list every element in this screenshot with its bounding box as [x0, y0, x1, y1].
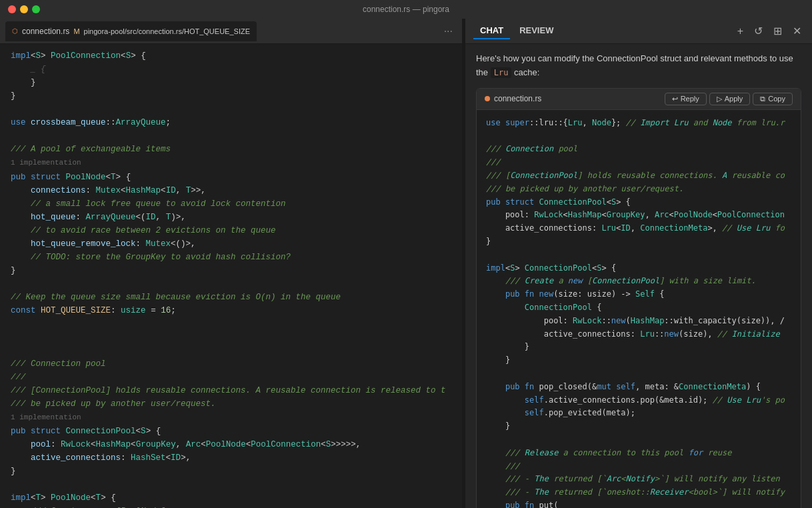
code-line: // to avoid race between 2 evictions on … [0, 224, 462, 237]
chat-code-line: /// be picked up by another user/request… [486, 183, 791, 196]
code-line: } [0, 89, 462, 103]
editor-tab-connection[interactable]: ⬡ connection.rs M pingora-pool/src/conne… [5, 21, 257, 41]
tab-review[interactable]: REVIEW [513, 23, 560, 39]
chat-content[interactable]: Here's how you can modify the Connection… [465, 44, 812, 508]
chat-code-line [486, 130, 791, 143]
chat-code-line: /// [486, 460, 791, 473]
code-line: /// A pool of exchangeable items [0, 143, 462, 156]
tab-filename: connection.rs [22, 27, 69, 36]
code-line [0, 344, 462, 357]
code-line: use crossbeam_queue::ArrayQueue; [0, 116, 462, 129]
code-block-filename: connection.rs [494, 93, 541, 105]
chat-code-line: /// Connection pool [486, 143, 791, 156]
new-chat-button[interactable]: + [735, 24, 746, 39]
impl-note: 1 implementation [0, 411, 462, 425]
chat-header: CHAT REVIEW + ↺ ⊞ ✕ [465, 19, 812, 44]
maximize-dot[interactable] [32, 5, 40, 13]
tab-chat[interactable]: CHAT [473, 23, 510, 39]
history-button[interactable]: ↺ [751, 23, 765, 39]
chat-code-line: /// Create a new [ConnectionPool] with a… [486, 275, 791, 288]
settings-button[interactable]: ⊞ [771, 23, 785, 39]
chat-code-header: connection.rs ↩ Reply ▷ Apply ⧉ [477, 89, 801, 110]
code-line: } [0, 465, 462, 478]
code-line: // a small lock free queue to avoid lock… [0, 197, 462, 211]
chat-code-line [486, 433, 791, 447]
minimize-dot[interactable] [20, 5, 28, 13]
reply-button[interactable]: ↩ Reply [665, 93, 707, 105]
chat-code-line: } [486, 341, 791, 354]
code-line [0, 103, 462, 116]
code-line: /// Create a new [PoolNode] [0, 505, 462, 508]
code-line: _ { [0, 63, 462, 76]
chat-code-line: /// [ConnectionPool] holds reusable conn… [486, 169, 791, 183]
code-line: // Keep the queue size small because evi… [0, 291, 462, 304]
tab-modified: M [73, 27, 79, 35]
editor-tabbar: ⬡ connection.rs M pingora-pool/src/conne… [0, 19, 462, 44]
chat-code-line: pool: RwLock<HashMap<GroupKey, Arc<PoolN… [486, 209, 791, 222]
chat-code-line [486, 249, 791, 262]
code-line [0, 331, 462, 344]
reply-label: Reply [681, 95, 699, 103]
chat-code-line: /// - The returned [`oneshot::Receiver<b… [486, 486, 791, 499]
chat-code-line: self.pop_evicted(meta); [486, 407, 791, 420]
code-line: /// Connection pool [0, 357, 462, 371]
chat-code-line: pub fn put( [486, 499, 791, 508]
chat-code-line: } [486, 354, 791, 367]
chat-header-actions: + ↺ ⊞ ✕ [735, 23, 804, 39]
code-line [0, 317, 462, 331]
editor-more-button[interactable]: ··· [440, 24, 457, 39]
window-controls[interactable] [8, 5, 40, 13]
code-line [0, 478, 462, 491]
code-line: const HOT_QUEUE_SIZE: usize = 16; [0, 304, 462, 317]
apply-label: Apply [725, 95, 743, 103]
code-line: // TODO: store the GroupKey to avoid has… [0, 251, 462, 264]
code-line: pool: RwLock<HashMap<GroupKey, Arc<PoolN… [0, 438, 462, 451]
copy-icon: ⧉ [760, 95, 765, 103]
code-line: connections: Mutex<HashMap<ID, T>>, [0, 184, 462, 197]
window-title: connection.rs — pingora [363, 5, 449, 14]
tab-breadcrumb: pingora-pool/src/connection.rs/HOT_QUEUE… [84, 27, 250, 35]
chat-code-filename: connection.rs [485, 93, 541, 105]
apply-icon: ▷ [717, 95, 722, 103]
chat-code-line: } [486, 420, 791, 433]
close-dot[interactable] [8, 5, 16, 13]
code-line: } [0, 264, 462, 277]
chat-code-line: /// Release a connection to this pool fo… [486, 447, 791, 460]
chat-code-line: ConnectionPool { [486, 301, 791, 315]
chat-code-line: active_connections: Lru::new(size), // I… [486, 328, 791, 341]
code-line: active_connections: HashSet<ID>, [0, 451, 462, 465]
code-line [0, 277, 462, 291]
chat-message: Here's how you can modify the Connection… [476, 52, 801, 80]
reply-icon: ↩ [672, 95, 678, 103]
chat-code-line: /// [486, 156, 791, 169]
chat-code-block: connection.rs ↩ Reply ▷ Apply ⧉ [476, 88, 801, 508]
copy-label: Copy [768, 95, 785, 103]
file-dot-icon [485, 96, 490, 101]
chat-code-line: pub fn pop_closed(&mut self, meta: &Conn… [486, 381, 791, 394]
code-line: /// be picked up by another user/request… [0, 397, 462, 411]
code-area[interactable]: impl<S> PoolConnection<S> { _ { } } use … [0, 44, 462, 508]
inline-code-lru: Lru [491, 67, 512, 78]
apply-button[interactable]: ▷ Apply [709, 93, 751, 105]
chat-code-body: use super::lru::{Lru, Node}; // Import L… [477, 110, 801, 508]
chat-code-line: self.active_connections.pop(&meta.id); /… [486, 394, 791, 407]
code-line: pub struct PoolNode<T> { [0, 171, 462, 184]
chat-code-line [486, 367, 791, 381]
code-line: /// [ConnectionPool] holds reusable conn… [0, 384, 462, 397]
code-line: hot_queue_remove_lock: Mutex<()>, [0, 237, 462, 251]
code-line: /// [0, 371, 462, 384]
editor-panel: ⬡ connection.rs M pingora-pool/src/conne… [0, 19, 462, 508]
chat-code-line: } [486, 235, 791, 249]
impl-note: 1 implementation [0, 156, 462, 171]
close-chat-button[interactable]: ✕ [790, 23, 804, 39]
titlebar: connection.rs — pingora [0, 0, 812, 19]
code-line: } [0, 76, 462, 89]
code-line: impl<T> PoolNode<T> { [0, 491, 462, 505]
copy-button[interactable]: ⧉ Copy [753, 93, 793, 105]
chat-panel: CHAT REVIEW + ↺ ⊞ ✕ Here's how you can m… [465, 19, 812, 508]
chat-code-line: /// - The returned [`Arc<Notify>`] will … [486, 473, 791, 486]
chat-code-line: pub fn new(size: usize) -> Self { [486, 288, 791, 301]
code-line [0, 129, 462, 143]
chat-code-line: pub struct ConnectionPool<S> { [486, 196, 791, 209]
code-line: hot_queue: ArrayQueue<(ID, T)>, [0, 211, 462, 224]
